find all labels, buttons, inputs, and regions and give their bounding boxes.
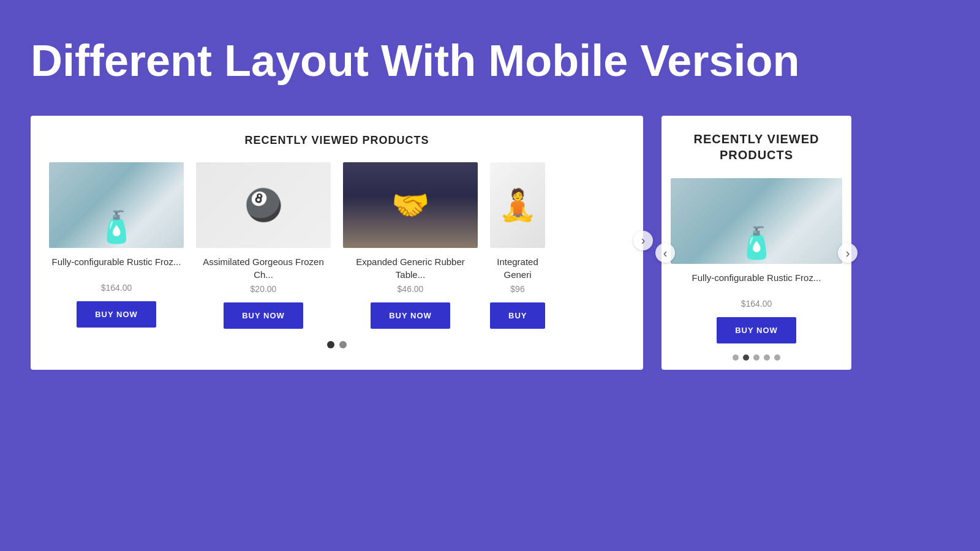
mobile-carousel-dots [671, 354, 842, 361]
product-card-3: Expanded Generic Rubber Table... $46.00 … [337, 162, 484, 329]
mobile-product-image [671, 178, 842, 264]
desktop-carousel-title: RECENTLY VIEWED PRODUCTS [43, 134, 631, 147]
product-card-2: Assimilated Gorgeous Frozen Ch... $20.00… [190, 162, 337, 329]
product-card-1: Fully-configurable Rustic Froz... $164.0… [43, 162, 190, 329]
mobile-carousel-title: RECENTLY VIEWED PRODUCTS [671, 131, 842, 163]
main-content: RECENTLY VIEWED PRODUCTS Fully-configura… [31, 116, 949, 370]
product-image-1 [49, 162, 184, 248]
mobile-product-name: Fully-configurable Rustic Froz... [671, 271, 842, 296]
product-card-4: Integrated Generi $96 BUY [484, 162, 551, 329]
mobile-carousel: RECENTLY VIEWED PRODUCTS Fully-configura… [662, 116, 851, 370]
product-price-2: $20.00 [196, 284, 331, 294]
page-title: Different Layout With Mobile Version [31, 37, 799, 85]
mobile-dot-5[interactable] [774, 354, 780, 361]
product-image-3 [343, 162, 478, 248]
product-price-3: $46.00 [343, 284, 478, 294]
product-name-4: Integrated Generi [490, 255, 545, 281]
desktop-carousel: RECENTLY VIEWED PRODUCTS Fully-configura… [31, 116, 643, 370]
product-name-2: Assimilated Gorgeous Frozen Ch... [196, 255, 331, 281]
product-price-1: $164.00 [49, 283, 184, 293]
mobile-carousel-prev-button[interactable]: ‹ [655, 243, 675, 263]
mobile-product-price: $164.00 [671, 299, 842, 309]
product-image-4 [490, 162, 545, 248]
dot-1[interactable] [327, 341, 334, 348]
desktop-carousel-next-button[interactable]: › [633, 231, 653, 250]
mobile-buy-now-button[interactable]: BUY NOW [717, 317, 796, 343]
products-row: Fully-configurable Rustic Froz... $164.0… [43, 162, 631, 329]
desktop-carousel-dots [43, 341, 631, 348]
product-name-1: Fully-configurable Rustic Froz... [49, 255, 184, 280]
mobile-dot-1[interactable] [733, 354, 739, 361]
mobile-dot-4[interactable] [764, 354, 770, 361]
dot-2[interactable] [339, 341, 347, 348]
product-name-3: Expanded Generic Rubber Table... [343, 255, 478, 281]
buy-now-button-2[interactable]: BUY NOW [224, 302, 303, 329]
buy-now-button-3[interactable]: BUY NOW [371, 302, 450, 329]
buy-now-button-1[interactable]: BUY NOW [77, 301, 156, 328]
mobile-dot-2[interactable] [743, 354, 749, 361]
product-price-4: $96 [490, 284, 545, 294]
mobile-carousel-next-button[interactable]: › [838, 243, 858, 263]
buy-now-button-4[interactable]: BUY [490, 302, 545, 329]
mobile-product-card: Fully-configurable Rustic Froz... $164.0… [671, 178, 842, 343]
product-image-2 [196, 162, 331, 248]
mobile-dot-3[interactable] [753, 354, 760, 361]
